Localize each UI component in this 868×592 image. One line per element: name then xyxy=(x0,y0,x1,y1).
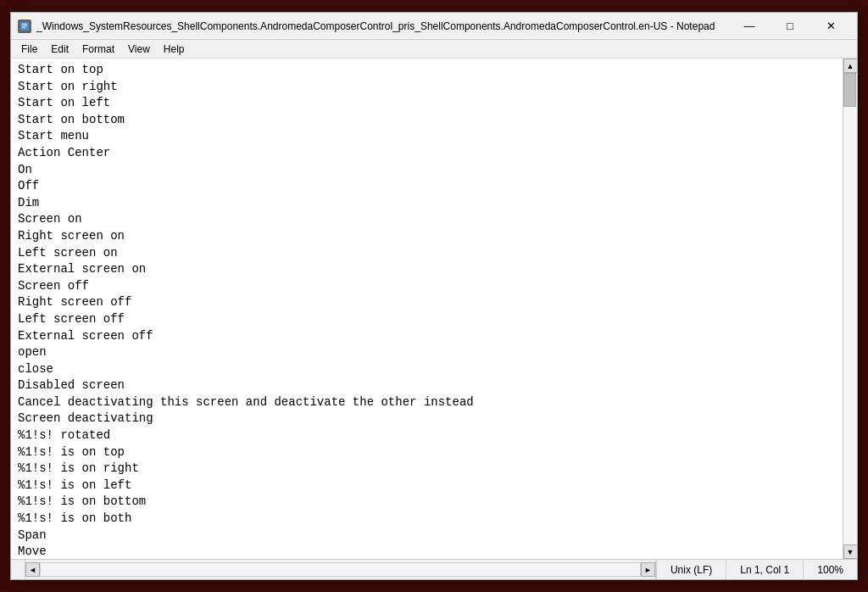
svg-rect-2 xyxy=(22,25,27,26)
scroll-left-button[interactable]: ◄ xyxy=(25,562,40,577)
horizontal-scrollbar[interactable]: ◄ ► xyxy=(25,560,656,579)
vertical-scrollbar[interactable]: ▲ ▼ xyxy=(843,59,857,559)
menu-bar: File Edit Format View Help xyxy=(11,40,857,59)
close-button[interactable]: ✕ xyxy=(811,13,850,40)
scroll-up-button[interactable]: ▲ xyxy=(843,59,858,73)
scroll-right-button[interactable]: ► xyxy=(641,562,655,577)
zoom-status: 100% xyxy=(803,560,857,579)
svg-rect-3 xyxy=(22,27,25,28)
menu-format[interactable]: Format xyxy=(75,42,121,57)
scroll-thumb-vertical[interactable] xyxy=(843,73,856,107)
window-title: _Windows_SystemResources_ShellComponents… xyxy=(36,20,730,32)
position-status: Ln 1, Col 1 xyxy=(726,560,803,579)
encoding-status: Unix (LF) xyxy=(656,560,726,579)
status-bar: ◄ ► Unix (LF) Ln 1, Col 1 100% xyxy=(11,559,857,579)
svg-rect-1 xyxy=(22,24,27,25)
text-editor[interactable]: Start on top Start on right Start on lef… xyxy=(11,59,843,559)
status-corner xyxy=(11,560,25,579)
menu-file[interactable]: File xyxy=(14,42,44,57)
status-fields: Unix (LF) Ln 1, Col 1 100% xyxy=(656,560,857,579)
maximize-button[interactable]: □ xyxy=(771,13,810,40)
scroll-down-button[interactable]: ▼ xyxy=(843,545,858,559)
scroll-track-horizontal[interactable] xyxy=(40,562,641,577)
menu-view[interactable]: View xyxy=(121,42,157,57)
app-icon xyxy=(18,20,31,33)
notepad-window: _Windows_SystemResources_ShellComponents… xyxy=(10,12,858,580)
scroll-track-vertical[interactable] xyxy=(843,73,857,545)
editor-area: Start on top Start on right Start on lef… xyxy=(11,59,857,559)
title-bar: _Windows_SystemResources_ShellComponents… xyxy=(11,13,857,40)
menu-edit[interactable]: Edit xyxy=(44,42,75,57)
window-controls: — □ ✕ xyxy=(730,13,850,40)
menu-help[interactable]: Help xyxy=(157,42,192,57)
minimize-button[interactable]: — xyxy=(730,13,769,40)
